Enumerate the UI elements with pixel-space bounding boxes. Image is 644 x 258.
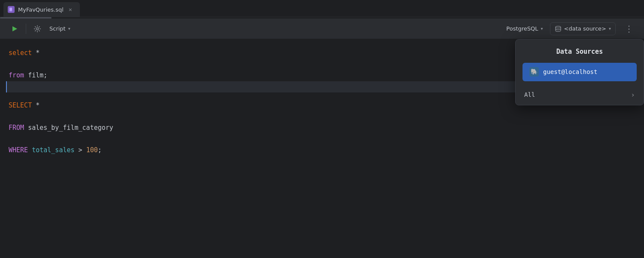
- file-tab[interactable]: MyFavQuries.sql ×: [3, 2, 80, 17]
- keyword-select-2: SELECT: [9, 100, 32, 111]
- script-chevron-icon: ▾: [68, 26, 70, 31]
- postgres-icon: 🐘: [529, 67, 539, 77]
- toolbar-divider-1: [26, 24, 26, 34]
- toolbar: Script ▾ PostgreSQL ▾ <data source> ▾ ⋮: [0, 18, 644, 39]
- datasource-all-item[interactable]: All ›: [516, 85, 644, 105]
- datasource-label: <data source>: [564, 25, 606, 32]
- keyword-from-2: FROM: [9, 123, 24, 134]
- number-100: 100: [86, 145, 98, 156]
- file-tab-icon: [8, 6, 15, 13]
- code-editor[interactable]: select * from film; SELECT * FROM sales_…: [0, 39, 644, 258]
- editor-line-7: FROM sales_by_film_category: [9, 123, 635, 134]
- tab-bar: MyFavQuries.sql ×: [0, 0, 644, 17]
- play-icon: [12, 26, 17, 31]
- dropdown-title: Data Sources: [516, 40, 644, 63]
- scroll-thumb: [0, 17, 52, 18]
- datasource-selector[interactable]: <data source> ▾: [550, 22, 616, 35]
- datasource-item-guest[interactable]: 🐘 guest@localhost: [522, 63, 637, 82]
- dialect-selector[interactable]: PostgreSQL ▾: [502, 23, 547, 34]
- gear-icon: [33, 25, 41, 33]
- keyword-from-1: from: [9, 70, 24, 81]
- script-dropdown[interactable]: Script ▾: [45, 23, 75, 34]
- run-button[interactable]: [7, 21, 22, 37]
- keyword-where: WHERE: [9, 145, 28, 156]
- dialect-label: PostgreSQL: [506, 25, 538, 32]
- datasource-item-name: guest@localhost: [543, 67, 597, 77]
- tab-close-button[interactable]: ×: [67, 6, 74, 13]
- script-label: Script: [49, 25, 66, 32]
- datasource-dropdown-panel: Data Sources 🐘 guest@localhost All ›: [515, 39, 644, 105]
- column-total-sales: total_sales: [32, 145, 74, 156]
- svg-point-5: [556, 26, 561, 28]
- svg-point-4: [36, 28, 39, 30]
- editor-line-9: WHERE total_sales > 100;: [9, 145, 635, 156]
- editor-line-6: [9, 111, 635, 123]
- database-icon: [555, 25, 562, 32]
- keyword-select-1: select: [9, 48, 32, 59]
- more-menu-button[interactable]: ⋮: [622, 21, 637, 37]
- toolbar-right: PostgreSQL ▾ <data source> ▾ ⋮: [502, 21, 637, 37]
- settings-button[interactable]: [30, 21, 45, 37]
- more-icon: ⋮: [625, 24, 634, 34]
- all-chevron-icon: ›: [631, 89, 635, 101]
- all-label: All: [524, 90, 535, 100]
- datasource-chevron-icon: ▾: [609, 26, 611, 31]
- dialect-chevron-icon: ▾: [541, 26, 543, 31]
- tab-filename: MyFavQuries.sql: [18, 6, 64, 13]
- scroll-indicator: [0, 17, 644, 18]
- editor-line-8: [9, 134, 635, 145]
